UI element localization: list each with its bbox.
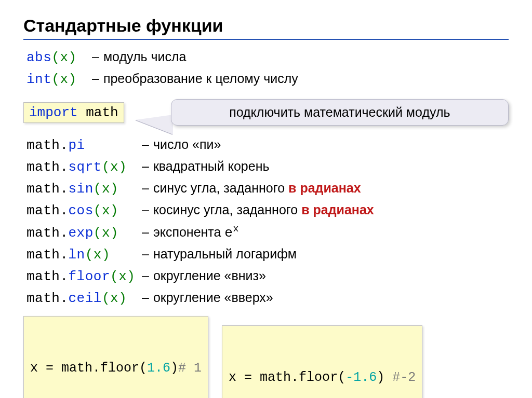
fn-args: (x) — [51, 50, 76, 65]
fn-row: math.sin(x)–синус угла, заданного в ради… — [26, 179, 509, 199]
fn-row: math.ceil(x)–округление «вверх» — [26, 288, 509, 309]
fn-desc: модуль числа — [103, 47, 509, 67]
fn-row: math.cos(x)–косинус угла, заданного в ра… — [26, 200, 509, 221]
fn-desc: преобразование к целому числу — [103, 69, 509, 89]
builtin-functions: abs(x) – модуль числа int(x) – преобразо… — [23, 47, 509, 90]
import-statement: import math — [23, 102, 124, 123]
fn-row: math.pi–число «пи» — [26, 135, 509, 156]
fn-row: math.ln(x)–натуральный логарифм — [26, 244, 509, 265]
fn-row: math.sqrt(x)–квадратный корень — [26, 157, 509, 177]
callout-tail — [136, 115, 173, 134]
callout-bubble: подключить математический модуль — [171, 99, 509, 126]
fn-name: abs — [26, 50, 51, 65]
fn-args: (x) — [51, 72, 76, 87]
fn-name: int — [26, 72, 51, 87]
examples: x = math.floor(1.6)# 1 x = math.ceil(1.6… — [23, 316, 509, 398]
fn-row: int(x) – преобразование к целому числу — [26, 69, 509, 90]
math-functions: math.pi–число «пи» math.sqrt(x)–квадратн… — [23, 135, 509, 309]
example-box-positive: x = math.floor(1.6)# 1 x = math.ceil(1.6… — [23, 316, 208, 398]
fn-row: abs(x) – модуль числа — [26, 47, 509, 68]
fn-row: math.floor(x)–округление «вниз» — [26, 266, 509, 287]
fn-desc: экспонента ex — [153, 222, 509, 243]
example-box-negative: x = math.floor(-1.6) #-2 x = math.ceil(-… — [222, 325, 422, 398]
divider — [23, 39, 509, 40]
fn-row: math.exp(x)–экспонента ex — [26, 222, 509, 243]
page-title: Стандартные функции — [23, 16, 509, 36]
